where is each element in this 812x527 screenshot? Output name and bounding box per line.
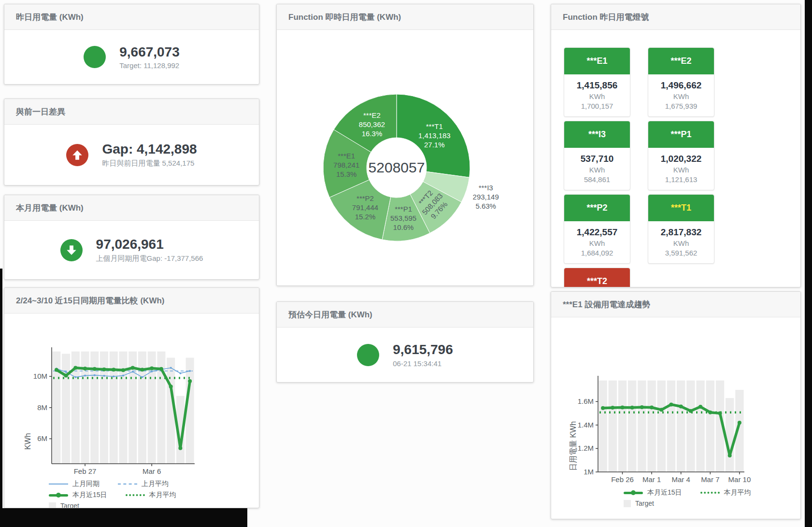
data-point[interactable] [55, 368, 58, 372]
legend-item[interactable]: 本月平均 [700, 488, 751, 497]
legend-item[interactable]: 本月近15日 [49, 491, 107, 499]
data-point[interactable] [159, 367, 163, 371]
tile-unit: KWh [648, 92, 714, 100]
data-point[interactable] [113, 375, 114, 377]
data-point[interactable] [698, 405, 702, 409]
data-point[interactable] [679, 405, 683, 409]
card-month-usage: 本月用電量 (KWh) 97,026,961 上個月同期用電Gap: -17,3… [4, 195, 259, 280]
data-point[interactable] [93, 367, 97, 371]
panel-header[interactable]: ***E1 設備用電達成趨勢 [551, 292, 800, 317]
data-point[interactable] [112, 368, 115, 371]
data-point[interactable] [65, 371, 67, 373]
tile-target-value: 1,684,092 [564, 249, 630, 257]
legend-label: 本月平均 [149, 491, 176, 499]
data-point[interactable] [178, 446, 182, 450]
legend-label: Target [635, 499, 654, 507]
panel-header[interactable]: 本月用電量 (KWh) [4, 195, 259, 221]
data-point[interactable] [150, 366, 154, 370]
legend-row: 本月近15日本月平均 [49, 491, 259, 499]
data-point[interactable] [170, 367, 172, 369]
data-point[interactable] [102, 368, 106, 371]
x-tick-label: Mar 10 [728, 475, 751, 484]
stat-value: 97,026,961 [96, 237, 203, 252]
target-bar [638, 381, 646, 472]
green-status-circle-icon [84, 46, 106, 68]
data-point[interactable] [728, 454, 732, 457]
target-bar [609, 381, 617, 472]
data-point[interactable] [73, 366, 77, 370]
data-point[interactable] [630, 406, 634, 410]
data-point[interactable] [121, 368, 125, 372]
trend-legend: 本月近15日本月平均Target [624, 488, 800, 507]
target-bar [647, 381, 655, 472]
stat-subtitle: 上個月同期用電Gap: -17,377,566 [96, 254, 203, 263]
legend-item[interactable]: 上月同期 [49, 480, 100, 488]
tile-value: 1,496,662 [648, 80, 714, 91]
data-point[interactable] [94, 374, 96, 376]
data-point[interactable] [640, 405, 644, 409]
data-point[interactable] [179, 372, 181, 374]
stat-subtitle: 昨日與前日用電量 5,524,175 [102, 159, 197, 168]
x-tick-label: Feb 27 [74, 467, 97, 475]
data-point[interactable] [621, 405, 625, 409]
legend-item[interactable]: 上月平均 [118, 480, 169, 488]
legend-row: Target [49, 502, 259, 508]
panel-title: 本月用電量 (KWh) [16, 202, 84, 214]
legend-swatch-icon [118, 484, 137, 484]
data-point[interactable] [601, 406, 605, 410]
tile-header: ***P2 [564, 195, 630, 221]
stat-subtitle: Target: 11,128,992 [119, 61, 180, 70]
data-point[interactable] [611, 406, 614, 410]
tile-unit: KWh [648, 166, 714, 174]
data-point[interactable] [650, 405, 654, 409]
legend-item[interactable]: 本月平均 [126, 491, 176, 499]
tile-header: ***P1 [648, 121, 714, 148]
tile-body: 1,415,856KWh1,700,157 [564, 74, 630, 116]
panel-header[interactable]: 與前一日差異 [4, 99, 259, 125]
legend-item[interactable]: 本月近15日 [624, 488, 682, 497]
screen-edge-bottom [0, 508, 247, 527]
data-point[interactable] [103, 375, 105, 377]
y-axis-label: 日用電量 KWh [569, 421, 579, 471]
data-point[interactable] [189, 370, 191, 372]
data-point[interactable] [169, 385, 173, 388]
panel-header[interactable]: Function 昨日用電燈號 [551, 4, 800, 30]
target-bar [657, 381, 666, 472]
data-point[interactable] [659, 408, 663, 412]
data-point[interactable] [188, 379, 192, 383]
legend-item[interactable]: Target [624, 499, 654, 507]
data-point[interactable] [141, 376, 143, 378]
legend-label: 上月同期 [72, 480, 100, 488]
donut-center-total: 5208057 [369, 159, 425, 175]
tile-header: ***E2 [648, 48, 714, 74]
data-point[interactable] [83, 367, 87, 370]
data-point[interactable] [689, 409, 693, 413]
data-point[interactable] [64, 374, 68, 378]
data-point[interactable] [670, 402, 673, 406]
status-tile: ***P21,422,557KWh1,684,092 [564, 194, 630, 264]
stat-body: 9,667,073 Target: 11,128,992 [4, 30, 259, 84]
panel-header[interactable]: 2/24~3/10 近15日同期用電量比較 (KWh) [4, 288, 259, 313]
y-tick-label: 1.2M [578, 444, 594, 452]
panel-header[interactable]: 預估今日用電量 (KWh) [277, 302, 533, 328]
panel-title: 昨日用電量 (KWh) [16, 12, 84, 23]
panel-header[interactable]: Function 即時日用電量 (KWh) [277, 4, 533, 30]
x-tick-label: Mar 1 [642, 475, 661, 484]
data-point[interactable] [131, 366, 135, 370]
data-point[interactable] [718, 412, 722, 415]
panel-header[interactable]: 昨日用電量 (KWh) [4, 4, 259, 30]
target-bar [677, 381, 685, 472]
y-tick-label: 10M [33, 372, 47, 380]
data-point[interactable] [74, 376, 76, 378]
data-point[interactable] [132, 371, 134, 373]
data-point[interactable] [122, 375, 124, 377]
data-point[interactable] [140, 368, 144, 371]
data-point[interactable] [151, 370, 153, 372]
card-realtime-donut: Function 即時日用電量 (KWh) ***T11,413,18327.1… [276, 4, 534, 286]
data-point[interactable] [708, 411, 712, 414]
data-point[interactable] [738, 421, 741, 425]
legend-label: 上月平均 [142, 480, 169, 488]
tile-body: 1,422,557KWh1,684,092 [564, 221, 630, 263]
legend-item[interactable]: Target [49, 502, 79, 508]
data-point[interactable] [84, 375, 86, 377]
